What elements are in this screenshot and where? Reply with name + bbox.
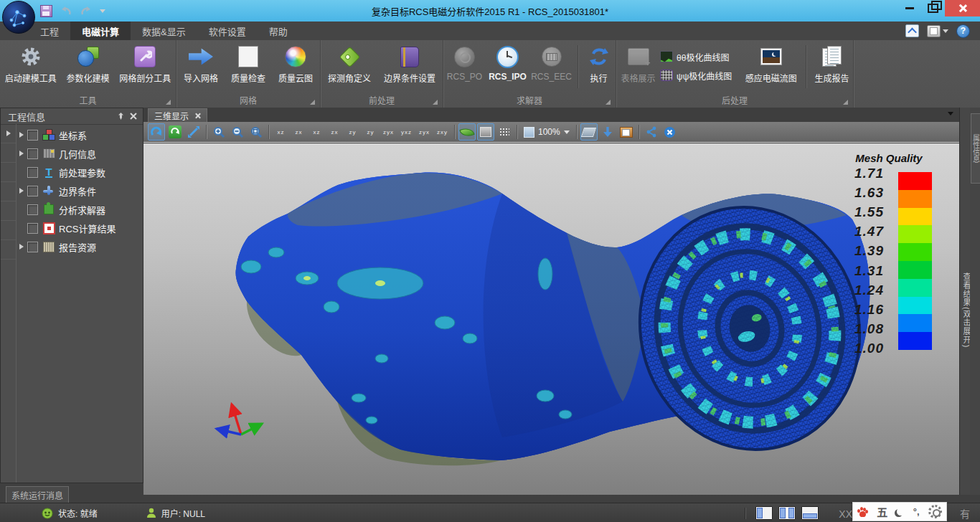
ime-settings-gear-icon[interactable] — [928, 505, 942, 518]
clock-icon — [496, 44, 519, 70]
view-results-side-tab[interactable]: 查看结果(双击展开) — [959, 108, 971, 495]
postprocess-dialog-launcher-icon[interactable] — [843, 100, 848, 105]
mesh-points-icon[interactable] — [496, 123, 513, 141]
checkbox[interactable] — [27, 186, 38, 196]
tree-item-boundary-conditions[interactable]: 边界条件 — [16, 181, 143, 200]
execute-button[interactable]: 执行 — [583, 42, 616, 91]
tab-close-icon[interactable] — [194, 113, 201, 119]
ime-paw-icon[interactable] — [857, 507, 868, 517]
expander-icon[interactable] — [19, 151, 24, 156]
solver-dialog-launcher-icon[interactable] — [606, 100, 611, 105]
properties-side-tab[interactable]: 属性信息 — [971, 113, 980, 184]
tools-dialog-launcher-icon[interactable] — [166, 100, 171, 105]
boundary-icon — [42, 185, 55, 196]
layout-bottom-panel-icon[interactable] — [801, 506, 819, 520]
tree-item-report-resources[interactable]: 报告资源 — [16, 237, 143, 256]
tree-item-preprocess-params[interactable]: T 前处理参数 — [16, 163, 143, 181]
view-zy-icon[interactable]: zy — [344, 124, 361, 140]
ime-fullhalf-moon-icon[interactable] — [897, 508, 905, 516]
clipboard-icon[interactable] — [927, 25, 941, 37]
gutter-expander[interactable] — [1, 124, 16, 143]
theta-polarization-curve-button[interactable]: θθ极化曲线图 — [660, 49, 741, 64]
launch-modeling-tool-button[interactable]: 启动建模工具 — [0, 42, 61, 91]
tree-item-geometry-info[interactable]: 几何信息 — [16, 144, 143, 163]
view-iso2-icon[interactable]: yxz — [398, 124, 415, 140]
preprocess-dialog-launcher-icon[interactable] — [433, 100, 438, 105]
checkbox[interactable] — [27, 148, 38, 159]
pin-icon[interactable] — [114, 110, 127, 122]
layout-left-panel-icon[interactable] — [755, 506, 773, 520]
rcs-ipo-button[interactable]: RCS_IPO — [486, 42, 530, 91]
ime-punctuation-icon[interactable]: °, — [913, 506, 920, 517]
psi-polarization-curve-button[interactable]: ψψ极化曲线图 — [660, 68, 741, 82]
panel-close-icon[interactable] — [127, 110, 140, 122]
import-mesh-button[interactable]: 导入网格 — [177, 42, 225, 91]
view-zx2-icon[interactable]: zx — [326, 124, 343, 140]
parametric-modeling-button[interactable]: 参数化建模 — [61, 42, 114, 91]
checkbox[interactable] — [27, 223, 38, 234]
close-button[interactable] — [945, 0, 980, 16]
induced-current-map-button[interactable]: 感应电磁流图 — [741, 42, 801, 91]
close-view-icon[interactable] — [661, 123, 679, 141]
arrow-down-icon[interactable] — [599, 123, 616, 141]
export-image-icon[interactable] — [618, 123, 635, 141]
surface-display-icon[interactable] — [477, 123, 494, 141]
refresh-view-icon[interactable] — [166, 123, 184, 141]
tab-list-dropdown-icon[interactable] — [948, 112, 953, 115]
view-xz2-icon[interactable]: xz — [308, 124, 325, 140]
viewport-3d[interactable] — [143, 143, 959, 495]
zoom-in-icon[interactable] — [210, 123, 227, 141]
zoom-window-icon[interactable] — [248, 123, 265, 141]
clip-plane-icon[interactable] — [580, 123, 598, 141]
checkbox[interactable] — [27, 130, 38, 141]
system-message-tab[interactable]: 系统运行消息 — [6, 486, 69, 503]
view-zy2-icon[interactable]: zy — [362, 124, 379, 140]
rotate-view-icon[interactable] — [148, 123, 165, 141]
clipboard-dropdown-icon[interactable] — [943, 29, 948, 33]
quality-cloud-map-button[interactable]: 质量云图 — [272, 42, 319, 91]
fit-view-icon[interactable] — [185, 123, 202, 141]
tree-item-coordinate-system[interactable]: 坐标系 — [16, 125, 143, 144]
close-icon — [958, 4, 967, 13]
restore-button[interactable] — [922, 0, 943, 16]
app-logo-icon[interactable] — [2, 1, 35, 34]
view-iso4-icon[interactable]: zxy — [434, 124, 451, 140]
mesh-dialog-launcher-icon[interactable] — [310, 100, 315, 105]
expander-icon[interactable] — [19, 132, 24, 138]
app-window: { "titlebar": { "title": "复杂目标RCS电磁分析软件2… — [0, 0, 980, 522]
minimize-button[interactable] — [899, 0, 920, 16]
zoom-level-control[interactable]: 100% — [521, 124, 573, 140]
share-icon[interactable] — [643, 123, 660, 141]
checkbox[interactable] — [27, 204, 38, 215]
menu-tab-em-compute[interactable]: 电磁计算 — [70, 22, 131, 40]
shaded-leaf-icon[interactable] — [458, 123, 476, 141]
view-iso3-icon[interactable]: zyx — [416, 124, 433, 140]
view-zx-icon[interactable]: zx — [291, 124, 307, 140]
menu-tab-project[interactable]: 工程 — [29, 22, 70, 40]
view-xz-icon[interactable]: xz — [273, 124, 289, 140]
checkbox[interactable] — [27, 242, 38, 252]
quality-check-button[interactable]: 质量检查 — [225, 42, 272, 91]
menu-tab-settings[interactable]: 软件设置 — [197, 22, 258, 40]
expander-icon[interactable] — [19, 188, 24, 194]
tree-item-analysis-solver[interactable]: 分析求解器 — [16, 200, 143, 219]
zoom-dropdown-icon[interactable] — [564, 130, 570, 134]
user-text: 用户: NULL — [161, 507, 205, 519]
collapse-ribbon-icon[interactable] — [905, 24, 919, 37]
menu-tab-data-display[interactable]: 数据&显示 — [131, 22, 197, 40]
detect-angle-button[interactable]: 探测角定义 — [321, 42, 377, 91]
generate-report-button[interactable]: 生成报告 — [811, 42, 853, 91]
tab-3d-display[interactable]: 三维显示 — [148, 108, 207, 123]
puzzle-icon — [42, 204, 55, 215]
boundary-condition-settings-button[interactable]: 边界条件设置 — [377, 42, 442, 91]
zoom-out-icon[interactable] — [229, 123, 246, 141]
tree-item-rcs-results[interactable]: RCS计算结果 — [16, 219, 143, 237]
layout-both-panels-icon[interactable] — [778, 506, 796, 520]
checkbox[interactable] — [27, 167, 38, 178]
expander-icon[interactable] — [19, 244, 24, 250]
menu-tab-help[interactable]: 帮助 — [258, 22, 299, 40]
mesh-partition-tool-button[interactable]: 网格剖分工具 — [115, 42, 176, 91]
help-icon[interactable]: ? — [956, 24, 970, 38]
ime-mode-label[interactable]: 五 — [877, 504, 887, 519]
view-iso1-icon[interactable]: zyx — [380, 124, 397, 140]
